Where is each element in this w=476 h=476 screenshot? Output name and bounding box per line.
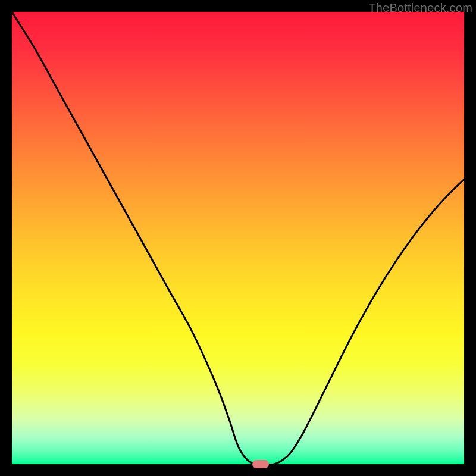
bottleneck-curve [12,12,464,464]
optimal-marker [252,460,269,468]
chart-container: TheBottleneck.com [0,0,476,476]
plot-area [12,12,464,464]
